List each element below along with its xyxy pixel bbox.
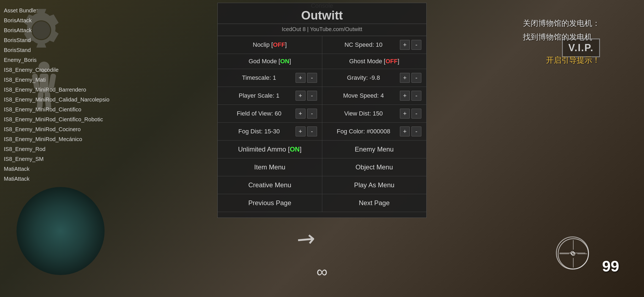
nc-speed-plus[interactable]: +: [400, 40, 410, 50]
gravity-label: Gravity: -9.8: [327, 74, 400, 81]
sidebar-item-mati-attack-2[interactable]: MatiAttack: [3, 174, 111, 184]
player-scale-label: Player Scale: 1: [223, 92, 296, 99]
chinese-line1: 关闭博物馆的发电机：: [523, 16, 600, 30]
nc-speed-label: NC Speed: 10: [327, 41, 400, 48]
move-speed-control[interactable]: Move Speed: 4 + -: [322, 87, 427, 105]
unlimited-ammo-status: ON: [290, 145, 300, 153]
sidebar-item-enemy-mecanico[interactable]: IS8_Enemy_MiniRod_Mecánico: [3, 134, 111, 144]
view-dist-control[interactable]: View Dist: 150 + -: [322, 105, 427, 122]
menu-row-noclip: Noclip [OFF] NC Speed: 10 + -: [218, 36, 426, 54]
fog-color-buttons: + -: [400, 127, 421, 136]
move-speed-minus[interactable]: -: [411, 91, 421, 101]
menu-row-playerscale: Player Scale: 1 + - Move Speed: 4 + -: [218, 87, 426, 105]
view-dist-buttons: + -: [400, 109, 421, 119]
player-scale-buttons: + -: [296, 91, 317, 101]
ammo-count: 99: [602, 257, 619, 275]
menu-row-creative: Creative Menu Play As Menu: [218, 176, 426, 194]
menu-row-godmode: God Mode [ON] Ghost Mode [OFF]: [218, 54, 426, 69]
sidebar-item-boris-attack-1[interactable]: BorisAttack: [3, 15, 111, 25]
fog-color-minus[interactable]: -: [411, 127, 421, 136]
sidebar-item-enemy-narcolepsio[interactable]: IS8_Enemy_MiniRod_Calidad_Narcolepsio: [3, 95, 111, 105]
menu-title: Outwitt: [218, 3, 426, 24]
player-scale-plus[interactable]: +: [296, 91, 305, 101]
fog-dist-buttons: + -: [296, 127, 317, 136]
creative-menu-button[interactable]: Creative Menu: [218, 176, 322, 194]
fog-dist-label: Fog Dist: 15-30: [223, 128, 296, 135]
gravity-minus[interactable]: -: [411, 73, 421, 83]
enemy-menu-button[interactable]: Enemy Menu: [322, 141, 427, 158]
chinese-line2: 找到博物馆的发电机: [523, 30, 600, 44]
sidebar-item-enemy-cocinero[interactable]: IS8_Enemy_MiniRod_Cocinero: [3, 124, 111, 134]
player-scale-control[interactable]: Player Scale: 1 + -: [218, 87, 322, 105]
gravity-plus[interactable]: +: [400, 73, 410, 83]
menu-row-fog: Fog Dist: 15-30 + - Fog Color: #000008 +…: [218, 123, 426, 141]
chinese-mission-text: 关闭博物馆的发电机： 找到博物馆的发电机: [523, 16, 600, 44]
sidebar-item-enemy-cientifico[interactable]: IS8_Enemy_MiniRod_Cientifico: [3, 105, 111, 114]
menu-row-navigation: Previous Page Next Page: [218, 194, 426, 212]
nc-speed-minus[interactable]: -: [411, 40, 421, 50]
sidebar-item-boris-attack-2[interactable]: BorisAttack: [3, 25, 111, 35]
sidebar-item-enemy-crocodile[interactable]: IS8_Enemy_Crocodile: [3, 65, 111, 75]
sidebar-item-boris-stand-1[interactable]: BorisStand: [3, 35, 111, 45]
fov-minus[interactable]: -: [307, 109, 317, 119]
move-speed-buttons: + -: [400, 91, 421, 101]
view-dist-minus[interactable]: -: [411, 109, 421, 119]
ghost-mode-label: Ghost Mode [OFF]: [327, 58, 422, 65]
timescale-plus[interactable]: +: [296, 73, 305, 83]
menu-row-timescale: Timescale: 1 + - Gravity: -9.8 + -: [218, 69, 426, 87]
crosshair: [556, 237, 589, 270]
move-speed-label: Move Speed: 4: [327, 92, 400, 99]
gravity-control[interactable]: Gravity: -9.8 + -: [322, 69, 427, 87]
noclip-status: OFF: [273, 41, 285, 48]
next-page-button[interactable]: Next Page: [322, 194, 427, 212]
menu-subtitle: IcedOut 8 | YouTube.com/Outwitt: [218, 24, 426, 36]
menu-grid: Noclip [OFF] NC Speed: 10 + - God Mode […: [218, 36, 426, 212]
sidebar-item-enemy-rod[interactable]: IS8_Enemy_Rod: [3, 144, 111, 154]
god-mode-status: ON: [280, 58, 289, 65]
sidebar-item-enemy-boris[interactable]: Enemy_Boris: [3, 55, 111, 65]
sidebar-item-enemy-cientifico-robotic[interactable]: IS8_Enemy_MiniRod_Cientifico_Robotic: [3, 114, 111, 124]
ghost-mode-status: OFF: [386, 58, 398, 65]
timescale-label: Timescale: 1: [223, 74, 296, 81]
fog-color-control[interactable]: Fog Color: #000008 + -: [322, 123, 427, 140]
ghost-mode-toggle[interactable]: Ghost Mode [OFF]: [322, 54, 427, 69]
fog-dist-minus[interactable]: -: [307, 127, 317, 136]
svg-point-8: [572, 252, 575, 255]
infinity-ammo-symbol: ∞: [316, 263, 328, 280]
fov-label: Field of View: 60: [223, 110, 296, 117]
god-mode-label: God Mode [ON]: [223, 58, 317, 65]
chinese-hint-text: 开启引导提示！: [546, 55, 600, 65]
fov-plus[interactable]: +: [296, 109, 305, 119]
fog-color-label: Fog Color: #000008: [327, 128, 400, 135]
nc-speed-control[interactable]: NC Speed: 10 + -: [322, 36, 427, 54]
noclip-toggle[interactable]: Noclip [OFF]: [218, 36, 322, 54]
sidebar-item-boris-stand-2[interactable]: BorisStand: [3, 45, 111, 55]
move-speed-plus[interactable]: +: [400, 91, 410, 101]
unlimited-ammo-toggle[interactable]: Unlimited Ammo [ON]: [218, 141, 322, 158]
noclip-label: Noclip [OFF]: [223, 41, 317, 48]
sidebar-item-enemy-mati[interactable]: IS8_Enemy_Mati: [3, 75, 111, 85]
fog-dist-plus[interactable]: +: [296, 127, 305, 136]
object-menu-button[interactable]: Object Menu: [322, 158, 427, 176]
fog-color-plus[interactable]: +: [400, 127, 410, 136]
view-dist-plus[interactable]: +: [400, 109, 410, 119]
timescale-control[interactable]: Timescale: 1 + -: [218, 69, 322, 87]
previous-page-button[interactable]: Previous Page: [218, 194, 322, 212]
player-scale-minus[interactable]: -: [307, 91, 317, 101]
timescale-minus[interactable]: -: [307, 73, 317, 83]
play-as-menu-button[interactable]: Play As Menu: [322, 176, 427, 194]
fog-dist-control[interactable]: Fog Dist: 15-30 + -: [218, 123, 322, 140]
nc-speed-buttons: + -: [400, 40, 421, 50]
menu-row-fov: Field of View: 60 + - View Dist: 150 + -: [218, 105, 426, 123]
item-menu-button[interactable]: Item Menu: [218, 158, 322, 176]
sidebar-item-enemy-barrendero[interactable]: IS8_Enemy_MiniRod_Barrendero: [3, 85, 111, 95]
timescale-buttons: + -: [296, 73, 317, 83]
view-dist-label: View Dist: 150: [327, 110, 400, 117]
sidebar-item-mati-attack-1[interactable]: MatiAttack: [3, 164, 111, 174]
sidebar-item-enemy-sm[interactable]: IS8_Enemy_SM: [3, 154, 111, 164]
sidebar-item-asset-bundle[interactable]: Asset Bundle:: [3, 6, 111, 15]
fov-buttons: + -: [296, 109, 317, 119]
fov-control[interactable]: Field of View: 60 + -: [218, 105, 322, 122]
god-mode-toggle[interactable]: God Mode [ON]: [218, 54, 322, 69]
sidebar: Asset Bundle: BorisAttack BorisAttack Bo…: [3, 6, 111, 184]
